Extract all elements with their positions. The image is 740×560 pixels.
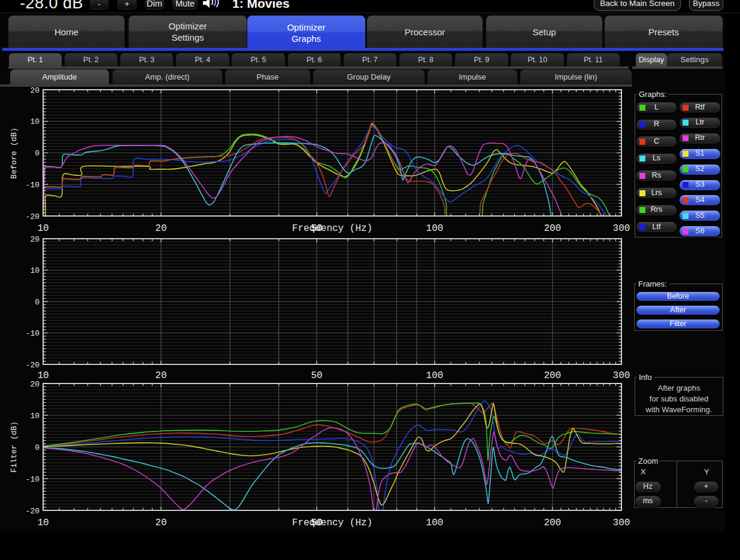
- svg-text:20: 20: [30, 235, 40, 244]
- svg-text:-20: -20: [26, 507, 40, 516]
- svg-text:0: 0: [35, 149, 40, 158]
- svg-text:10: 10: [30, 117, 40, 126]
- svg-text:10: 10: [37, 518, 48, 528]
- svg-text:-10: -10: [26, 181, 40, 190]
- svg-text:20: 20: [30, 380, 40, 389]
- svg-text:50: 50: [311, 518, 322, 528]
- svg-text:20: 20: [155, 518, 166, 528]
- svg-text:200: 200: [544, 370, 561, 381]
- svg-text:300: 300: [613, 223, 630, 234]
- svg-text:10: 10: [30, 412, 40, 421]
- svg-text:300: 300: [613, 370, 630, 381]
- svg-text:10: 10: [30, 266, 40, 275]
- svg-text:-20: -20: [26, 212, 40, 221]
- svg-text:-10: -10: [26, 475, 40, 484]
- svg-text:200: 200: [544, 223, 561, 234]
- svg-text:100: 100: [426, 370, 444, 381]
- svg-text:300: 300: [613, 518, 630, 528]
- svg-text:Filter (dB): Filter (dB): [10, 421, 19, 473]
- svg-text:Before (dB): Before (dB): [10, 127, 19, 179]
- svg-text:-10: -10: [26, 329, 40, 338]
- svg-text:10: 10: [37, 223, 48, 234]
- svg-text:20: 20: [30, 86, 40, 95]
- svg-text:100: 100: [426, 518, 444, 528]
- svg-text:Frequency (Hz): Frequency (Hz): [292, 518, 372, 528]
- svg-text:Frequency (Hz): Frequency (Hz): [292, 223, 372, 234]
- svg-text:100: 100: [426, 223, 444, 234]
- svg-text:0: 0: [35, 443, 40, 452]
- svg-text:50: 50: [311, 223, 322, 234]
- svg-text:50: 50: [311, 370, 322, 381]
- svg-text:-20: -20: [26, 361, 40, 370]
- svg-text:20: 20: [155, 223, 166, 234]
- svg-text:20: 20: [155, 370, 166, 381]
- svg-text:0: 0: [35, 298, 40, 307]
- svg-text:200: 200: [544, 518, 561, 528]
